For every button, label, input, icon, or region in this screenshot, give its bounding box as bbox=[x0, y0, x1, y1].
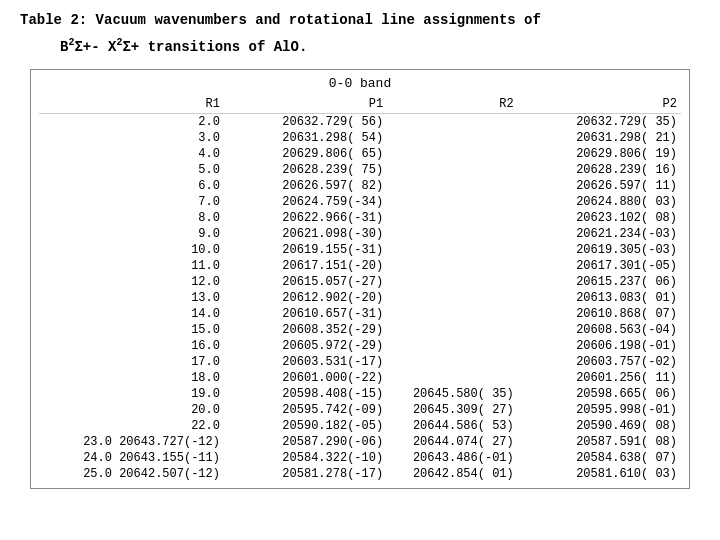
cell-r2 bbox=[387, 274, 518, 290]
cell-r1: 22.0 bbox=[39, 418, 224, 434]
cell-r2: 20642.854( 01) bbox=[387, 466, 518, 482]
col-header-r2: R2 bbox=[387, 95, 518, 114]
cell-r2 bbox=[387, 210, 518, 226]
cell-p2: 20631.298( 21) bbox=[518, 130, 681, 146]
cell-p1: 20632.729( 56) bbox=[224, 113, 387, 130]
cell-p1: 20598.408(-15) bbox=[224, 386, 387, 402]
table-row: 16.020605.972(-29)20606.198(-01) bbox=[39, 338, 681, 354]
cell-p2: 20632.729( 35) bbox=[518, 113, 681, 130]
cell-r1: 7.0 bbox=[39, 194, 224, 210]
data-table: R1 P1 R2 P2 2.020632.729( 56)20632.729( … bbox=[39, 95, 681, 482]
cell-p2: 20613.083( 01) bbox=[518, 290, 681, 306]
cell-p1: 20581.278(-17) bbox=[224, 466, 387, 482]
cell-r1: 17.0 bbox=[39, 354, 224, 370]
cell-p1: 20628.239( 75) bbox=[224, 162, 387, 178]
cell-r2 bbox=[387, 242, 518, 258]
table-row: 10.020619.155(-31)20619.305(-03) bbox=[39, 242, 681, 258]
table-row: 20.020595.742(-09)20645.309( 27)20595.99… bbox=[39, 402, 681, 418]
cell-r2: 20643.486(-01) bbox=[387, 450, 518, 466]
cell-p1: 20621.098(-30) bbox=[224, 226, 387, 242]
table-row: 25.0 20642.507(-12)20581.278(-17)20642.8… bbox=[39, 466, 681, 482]
cell-r2 bbox=[387, 354, 518, 370]
cell-p2: 20617.301(-05) bbox=[518, 258, 681, 274]
cell-r2 bbox=[387, 322, 518, 338]
cell-r1: 12.0 bbox=[39, 274, 224, 290]
cell-p1: 20601.000(-22) bbox=[224, 370, 387, 386]
cell-p1: 20617.151(-20) bbox=[224, 258, 387, 274]
table-row: 4.020629.806( 65)20629.806( 19) bbox=[39, 146, 681, 162]
cell-r2 bbox=[387, 258, 518, 274]
cell-r2 bbox=[387, 194, 518, 210]
table-row: 11.020617.151(-20)20617.301(-05) bbox=[39, 258, 681, 274]
cell-p2: 20610.868( 07) bbox=[518, 306, 681, 322]
cell-r1: 20.0 bbox=[39, 402, 224, 418]
cell-p1: 20629.806( 65) bbox=[224, 146, 387, 162]
table-row: 5.020628.239( 75)20628.239( 16) bbox=[39, 162, 681, 178]
cell-r1: 5.0 bbox=[39, 162, 224, 178]
col-header-r1: R1 bbox=[39, 95, 224, 114]
cell-r1: 24.0 20643.155(-11) bbox=[39, 450, 224, 466]
cell-r2 bbox=[387, 162, 518, 178]
table-row: 14.020610.657(-31)20610.868( 07) bbox=[39, 306, 681, 322]
cell-p1: 20626.597( 82) bbox=[224, 178, 387, 194]
table-row: 7.020624.759(-34)20624.880( 03) bbox=[39, 194, 681, 210]
cell-p1: 20619.155(-31) bbox=[224, 242, 387, 258]
cell-p1: 20584.322(-10) bbox=[224, 450, 387, 466]
cell-r2 bbox=[387, 130, 518, 146]
cell-r2 bbox=[387, 146, 518, 162]
cell-p2: 20623.102( 08) bbox=[518, 210, 681, 226]
cell-p2: 20624.880( 03) bbox=[518, 194, 681, 210]
col-header-p2: P2 bbox=[518, 95, 681, 114]
cell-p2: 20621.234(-03) bbox=[518, 226, 681, 242]
cell-p2: 20587.591( 08) bbox=[518, 434, 681, 450]
cell-r2 bbox=[387, 370, 518, 386]
table-row: 15.020608.352(-29)20608.563(-04) bbox=[39, 322, 681, 338]
cell-r1: 9.0 bbox=[39, 226, 224, 242]
cell-p2: 20595.998(-01) bbox=[518, 402, 681, 418]
cell-p1: 20610.657(-31) bbox=[224, 306, 387, 322]
cell-p2: 20601.256( 11) bbox=[518, 370, 681, 386]
cell-r2: 20645.580( 35) bbox=[387, 386, 518, 402]
cell-r2 bbox=[387, 338, 518, 354]
cell-p1: 20615.057(-27) bbox=[224, 274, 387, 290]
cell-r2 bbox=[387, 226, 518, 242]
cell-p2: 20590.469( 08) bbox=[518, 418, 681, 434]
cell-r1: 14.0 bbox=[39, 306, 224, 322]
cell-p2: 20584.638( 07) bbox=[518, 450, 681, 466]
cell-p1: 20603.531(-17) bbox=[224, 354, 387, 370]
table-row: 13.020612.902(-20)20613.083( 01) bbox=[39, 290, 681, 306]
table-row: 24.0 20643.155(-11)20584.322(-10)20643.4… bbox=[39, 450, 681, 466]
table-row: 19.020598.408(-15)20645.580( 35)20598.66… bbox=[39, 386, 681, 402]
table-row: 23.0 20643.727(-12)20587.290(-06)20644.0… bbox=[39, 434, 681, 450]
cell-p2: 20615.237( 06) bbox=[518, 274, 681, 290]
table-row: 9.020621.098(-30)20621.234(-03) bbox=[39, 226, 681, 242]
cell-r1: 18.0 bbox=[39, 370, 224, 386]
subtitle: B2Σ+- X2Σ+ transitions of AlO. bbox=[60, 37, 700, 55]
cell-r1: 3.0 bbox=[39, 130, 224, 146]
cell-p1: 20595.742(-09) bbox=[224, 402, 387, 418]
table-row: 3.020631.298( 54)20631.298( 21) bbox=[39, 130, 681, 146]
col-header-p1: P1 bbox=[224, 95, 387, 114]
cell-r2 bbox=[387, 178, 518, 194]
cell-p2: 20606.198(-01) bbox=[518, 338, 681, 354]
cell-p1: 20631.298( 54) bbox=[224, 130, 387, 146]
cell-p1: 20590.182(-05) bbox=[224, 418, 387, 434]
table-container: 0-0 band R1 P1 R2 P2 2.020632.729( 56)20… bbox=[30, 69, 690, 489]
cell-p1: 20587.290(-06) bbox=[224, 434, 387, 450]
page-title: Table 2: Vacuum wavenumbers and rotation… bbox=[20, 10, 700, 31]
table-row: 2.020632.729( 56)20632.729( 35) bbox=[39, 113, 681, 130]
cell-p2: 20619.305(-03) bbox=[518, 242, 681, 258]
cell-p2: 20598.665( 06) bbox=[518, 386, 681, 402]
cell-r1: 10.0 bbox=[39, 242, 224, 258]
cell-r2: 20644.586( 53) bbox=[387, 418, 518, 434]
cell-p2: 20628.239( 16) bbox=[518, 162, 681, 178]
cell-r2 bbox=[387, 113, 518, 130]
cell-p1: 20608.352(-29) bbox=[224, 322, 387, 338]
cell-r1: 2.0 bbox=[39, 113, 224, 130]
cell-r1: 11.0 bbox=[39, 258, 224, 274]
cell-r2 bbox=[387, 290, 518, 306]
cell-p2: 20629.806( 19) bbox=[518, 146, 681, 162]
table-row: 6.020626.597( 82)20626.597( 11) bbox=[39, 178, 681, 194]
cell-p2: 20603.757(-02) bbox=[518, 354, 681, 370]
cell-r2 bbox=[387, 306, 518, 322]
